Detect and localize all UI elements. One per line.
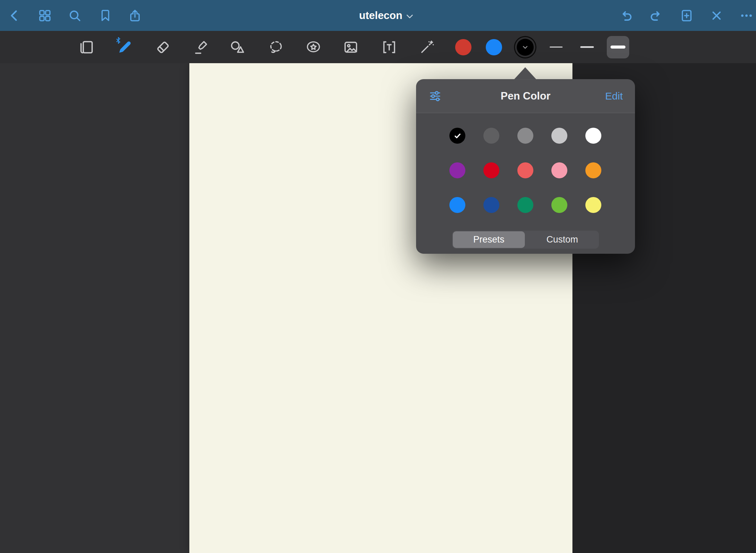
page-panel-icon — [78, 39, 94, 55]
thumbnails-button[interactable] — [36, 7, 53, 24]
undo-icon — [619, 8, 633, 23]
medium-line-icon — [580, 46, 594, 48]
share-button[interactable] — [126, 7, 143, 24]
text-icon — [381, 39, 397, 55]
tool-text[interactable] — [379, 37, 400, 58]
bookmark-button[interactable] — [97, 7, 114, 24]
document-title-label: utelecon — [359, 10, 402, 22]
tool-laser-pointer[interactable] — [416, 37, 437, 58]
check-icon — [452, 131, 463, 141]
back-chevron-icon — [7, 8, 22, 23]
tool-pen[interactable] — [114, 37, 135, 58]
popover-arrow — [514, 67, 536, 79]
tool-eraser[interactable] — [152, 37, 173, 58]
add-page-button[interactable] — [678, 7, 695, 24]
tool-toolbar — [0, 31, 756, 63]
bookmark-icon — [98, 8, 113, 23]
laser-pointer-icon — [419, 39, 435, 55]
presets-custom-segmented: Presets Custom — [452, 231, 599, 249]
tool-shapes[interactable] — [227, 37, 248, 58]
pen-color-swatch-blue[interactable] — [449, 197, 465, 213]
color-blue-button[interactable] — [483, 37, 504, 58]
pen-color-swatch-light-gray[interactable] — [551, 128, 567, 144]
chevron-down-icon — [407, 14, 413, 19]
highlighter-icon — [193, 39, 209, 55]
search-button[interactable] — [66, 7, 83, 24]
sliders-icon — [429, 90, 442, 103]
canvas-area — [0, 63, 756, 553]
pen-color-swatch-black[interactable] — [449, 128, 465, 144]
popover-header: Pen Color Edit — [416, 79, 635, 113]
pen-color-popover: Pen Color Edit Presets Custom — [416, 79, 635, 254]
tool-stickers[interactable] — [303, 37, 324, 58]
pen-color-swatch-red[interactable] — [483, 162, 499, 178]
chevron-down-icon — [521, 43, 529, 51]
pen-color-swatch-orange[interactable] — [585, 162, 601, 178]
black-color-swatch — [517, 39, 534, 56]
search-icon — [68, 8, 82, 23]
tool-highlighter[interactable] — [191, 37, 212, 58]
share-icon — [128, 8, 142, 23]
pen-off-x-icon — [709, 8, 724, 23]
redo-icon — [649, 8, 663, 23]
color-black-button-selected[interactable] — [515, 37, 536, 58]
eraser-icon — [155, 39, 171, 55]
tool-lasso[interactable] — [265, 37, 287, 58]
pen-color-swatch-white[interactable] — [585, 128, 601, 144]
thin-line-icon — [550, 47, 563, 48]
sticker-star-icon — [305, 39, 322, 55]
stroke-settings-button[interactable] — [428, 89, 443, 104]
undo-button[interactable] — [618, 7, 635, 24]
pen-color-swatch-dark-gray[interactable] — [483, 128, 499, 144]
pen-color-swatch-navy[interactable] — [483, 197, 499, 213]
popover-title: Pen Color — [416, 79, 635, 113]
color-red-button[interactable] — [453, 37, 474, 58]
pen-color-swatch-coral[interactable] — [517, 162, 533, 178]
redo-button[interactable] — [648, 7, 665, 24]
canvas-background-left — [0, 63, 189, 553]
pen-color-swatch-purple[interactable] — [449, 162, 465, 178]
add-page-icon — [680, 8, 694, 23]
pen-color-grid — [449, 128, 601, 213]
lasso-icon — [268, 39, 284, 55]
image-icon — [343, 39, 359, 55]
more-options-button[interactable] — [738, 7, 755, 24]
tab-custom[interactable]: Custom — [526, 231, 598, 248]
thick-line-icon — [611, 46, 625, 49]
pen-color-swatch-pink[interactable] — [551, 162, 567, 178]
readonly-toggle-button[interactable] — [708, 7, 725, 24]
ellipsis-icon — [739, 8, 754, 23]
thickness-thick-button-selected[interactable] — [607, 36, 629, 58]
bluetooth-icon — [116, 37, 121, 44]
pen-color-swatch-yellow[interactable] — [585, 197, 601, 213]
edit-colors-link[interactable]: Edit — [605, 79, 623, 113]
blue-color-swatch — [486, 39, 502, 55]
pen-color-swatch-gray[interactable] — [517, 128, 533, 144]
tool-image[interactable] — [340, 37, 361, 58]
red-color-swatch — [455, 39, 471, 55]
document-title[interactable]: utelecon — [359, 0, 413, 31]
pen-color-swatch-teal[interactable] — [517, 197, 533, 213]
tab-presets[interactable]: Presets — [453, 231, 525, 248]
back-button[interactable] — [6, 7, 23, 24]
tool-page-panel[interactable] — [76, 37, 97, 58]
shapes-icon — [229, 39, 246, 55]
thickness-thin-button[interactable] — [546, 37, 567, 58]
pen-color-swatch-green[interactable] — [551, 197, 567, 213]
thumbnails-grid-icon — [38, 8, 52, 23]
thickness-medium-button[interactable] — [577, 37, 598, 58]
navbar: utelecon — [0, 0, 756, 31]
